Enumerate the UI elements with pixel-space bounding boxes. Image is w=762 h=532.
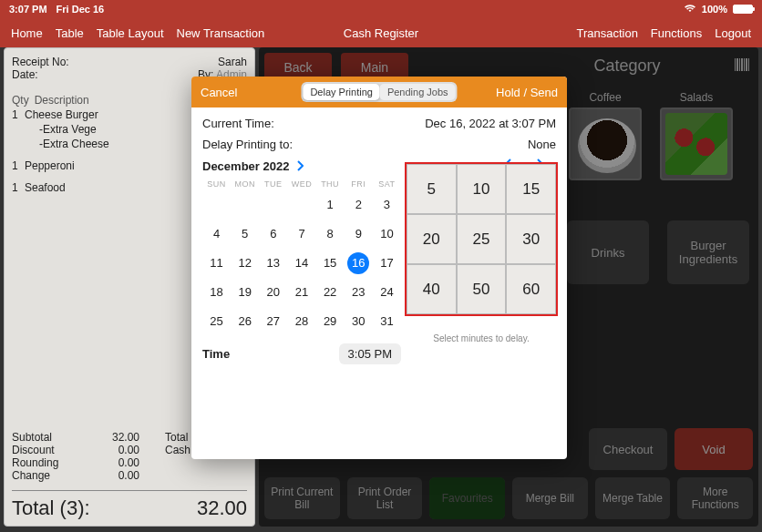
nav-transaction[interactable]: Transaction xyxy=(576,26,637,40)
calendar-day xyxy=(259,196,287,214)
status-date: Fri Dec 16 xyxy=(57,4,105,15)
status-bar: 3:07 PM Fri Dec 16 100% xyxy=(0,0,762,18)
delay-caption: Select minutes to delay. xyxy=(405,333,558,343)
rounding-label: Rounding xyxy=(12,456,94,469)
seg-pending-jobs[interactable]: Pending Jobs xyxy=(380,84,456,100)
subtotal-value: 32.00 xyxy=(94,431,139,444)
segmented-control: Delay Printing Pending Jobs xyxy=(301,82,457,102)
calendar-day[interactable]: 14 xyxy=(287,254,315,272)
nav-functions[interactable]: Functions xyxy=(651,26,702,40)
calendar-day[interactable]: 28 xyxy=(287,312,315,331)
calendar-dow: TUE xyxy=(259,179,287,189)
desc-header: Description xyxy=(35,94,89,107)
delay-minute-option[interactable]: 40 xyxy=(407,264,457,314)
calendar-day[interactable]: 11 xyxy=(202,254,231,272)
line-qty: 1 xyxy=(12,108,25,121)
calendar-day[interactable]: 2 xyxy=(345,196,373,214)
calendar-dow: SUN xyxy=(202,179,231,189)
calendar-day[interactable]: 24 xyxy=(373,283,401,302)
current-time-label: Current Time: xyxy=(202,117,274,130)
calendar-day[interactable]: 26 xyxy=(231,312,259,331)
calendar-day[interactable]: 31 xyxy=(373,312,401,331)
line-qty: 1 xyxy=(12,159,25,172)
calendar-month[interactable]: December 2022 xyxy=(202,159,289,173)
delay-minute-option[interactable]: 15 xyxy=(506,164,556,214)
nav-logout[interactable]: Logout xyxy=(715,26,751,40)
line-desc: Pepperoni xyxy=(25,159,75,172)
receipt-date-label: Date: xyxy=(12,68,38,81)
line-desc: Cheese Burger xyxy=(25,108,98,121)
calendar-day[interactable]: 6 xyxy=(259,225,287,243)
nav-home[interactable]: Home xyxy=(11,26,43,40)
line-desc: -Extra Cheese xyxy=(25,138,109,150)
calendar-day[interactable]: 15 xyxy=(316,254,345,272)
calendar-day[interactable]: 3 xyxy=(373,196,401,214)
delay-to-label: Delay Printing to: xyxy=(202,138,293,151)
calendar-day[interactable]: 29 xyxy=(316,312,345,331)
change-value: 0.00 xyxy=(94,469,139,482)
calendar-day[interactable]: 10 xyxy=(373,225,401,243)
rounding-value: 0.00 xyxy=(94,456,139,469)
calendar-day[interactable]: 17 xyxy=(373,254,401,272)
calendar-day[interactable]: 9 xyxy=(345,225,373,243)
battery-icon xyxy=(733,5,753,14)
calendar-day[interactable]: 30 xyxy=(345,312,373,331)
calendar-day[interactable]: 25 xyxy=(202,312,231,331)
calendar-day[interactable]: 16 xyxy=(347,252,369,274)
qty-header: Qty xyxy=(12,94,29,107)
calendar-day[interactable]: 21 xyxy=(287,283,315,302)
line-desc: -Extra Vege xyxy=(25,123,97,136)
nav-new-transaction[interactable]: New Transaction xyxy=(177,26,265,40)
calendar-day xyxy=(287,196,315,214)
delay-minute-option[interactable]: 5 xyxy=(407,164,457,214)
hold-send-button[interactable]: Hold / Send xyxy=(496,86,558,99)
calendar-day[interactable]: 7 xyxy=(287,225,315,243)
time-picker[interactable]: 3:05 PM xyxy=(339,343,401,364)
calendar-dow: MON xyxy=(231,179,259,189)
calendar-dow: FRI xyxy=(345,179,373,189)
change-label: Change xyxy=(12,469,94,482)
cash-label: Cash xyxy=(139,444,194,456)
calendar-dow: SAT xyxy=(373,179,401,189)
calendar-dow: WED xyxy=(287,179,315,189)
delay-minute-option[interactable]: 30 xyxy=(506,214,556,264)
total-label2: Total xyxy=(139,431,194,444)
battery-percent: 100% xyxy=(702,4,727,15)
calendar-day[interactable]: 27 xyxy=(259,312,287,331)
calendar-day[interactable]: 22 xyxy=(316,283,345,302)
line-qty xyxy=(12,123,25,136)
line-desc: Seafood xyxy=(25,181,66,194)
seg-delay-printing[interactable]: Delay Printing xyxy=(303,84,379,100)
discount-value: 0.00 xyxy=(94,444,139,456)
calendar-day[interactable]: 20 xyxy=(259,283,287,302)
calendar-day[interactable]: 4 xyxy=(202,225,231,243)
current-time-value: Dec 16, 2022 at 3:07 PM xyxy=(425,117,556,130)
calendar-day[interactable]: 13 xyxy=(259,254,287,272)
receipt-server: Sarah xyxy=(218,56,247,68)
calendar-day[interactable]: 1 xyxy=(316,196,345,214)
calendar-dow: THU xyxy=(316,179,345,189)
discount-label: Discount xyxy=(12,444,94,456)
wifi-icon xyxy=(684,4,696,15)
subtotal-label: Subtotal xyxy=(12,431,94,444)
nav-title: Cash Register xyxy=(344,26,418,40)
calendar-day[interactable]: 23 xyxy=(345,283,373,302)
delay-minute-option[interactable]: 20 xyxy=(407,214,457,264)
calendar-day[interactable]: 8 xyxy=(316,225,345,243)
time-label: Time xyxy=(202,347,339,361)
nav-table[interactable]: Table xyxy=(56,26,84,40)
calendar-day[interactable]: 12 xyxy=(231,254,259,272)
nav-table-layout[interactable]: Table Layout xyxy=(97,26,164,40)
delay-printing-modal: Cancel Delay Printing Pending Jobs Hold … xyxy=(191,77,567,459)
delay-minute-option[interactable]: 60 xyxy=(506,264,556,314)
status-time: 3:07 PM xyxy=(9,4,47,15)
cancel-button[interactable]: Cancel xyxy=(201,86,237,99)
chevron-right-icon[interactable] xyxy=(293,159,307,174)
calendar-day[interactable]: 5 xyxy=(231,225,259,243)
delay-to-value: None xyxy=(528,138,556,151)
delay-minute-option[interactable]: 50 xyxy=(457,264,507,314)
delay-minute-option[interactable]: 10 xyxy=(457,164,507,214)
delay-minute-option[interactable]: 25 xyxy=(457,214,507,264)
calendar-day[interactable]: 18 xyxy=(202,283,231,302)
calendar-day[interactable]: 19 xyxy=(231,283,259,302)
